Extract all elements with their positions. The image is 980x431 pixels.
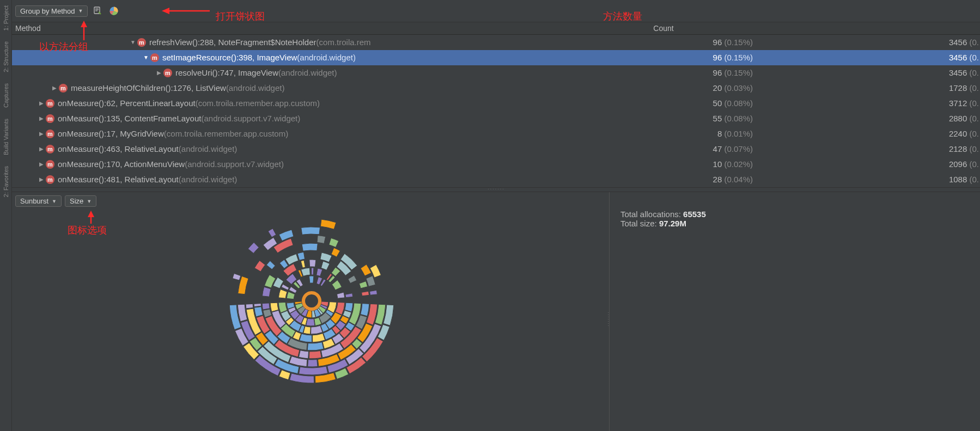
method-name: onMeasure():17, MyGridView: [58, 129, 164, 138]
tree-collapse-icon[interactable]: ▼: [130, 39, 136, 45]
table-row[interactable]: ▶mmeasureHeightOfChildren():1276, ListVi…: [12, 81, 980, 96]
chevron-down-icon: ▼: [78, 8, 83, 14]
count-percent: (0.08%): [724, 114, 753, 123]
method-package: (com.troila.rem: [316, 38, 371, 47]
group-by-dropdown[interactable]: Group by Method ▼: [15, 5, 88, 17]
size-value: 2096: [949, 159, 967, 169]
method-icon: m: [150, 53, 159, 62]
chart-metric-dropdown[interactable]: Size ▼: [65, 195, 96, 207]
table-row[interactable]: ▶monMeasure():463, RelativeLayout (andro…: [12, 141, 980, 157]
size-percent: (0.: [969, 83, 979, 93]
method-package: (com.troila.remember.app.custom): [196, 98, 320, 108]
tree-expand-icon[interactable]: ▶: [38, 146, 45, 152]
count-percent: (0.15%): [724, 68, 753, 77]
size-value: 1088: [949, 175, 967, 184]
size-value: 3712: [949, 98, 967, 108]
table-header: Method Count: [12, 22, 980, 35]
annotation-open-pie: 打开饼状图: [216, 10, 265, 23]
method-name: resolveUri():747, ImageView: [175, 68, 278, 77]
bottom-panel: Sunburst ▼ Size ▼ 图标选项: [12, 192, 980, 431]
method-icon: m: [46, 145, 54, 153]
count-percent: (0.15%): [724, 38, 753, 47]
count-percent: (0.15%): [724, 53, 753, 62]
method-name: onMeasure():170, ActionMenuView: [58, 159, 185, 169]
vertical-splitter[interactable]: •••••••: [608, 312, 611, 334]
method-package: (android.widget): [179, 144, 238, 153]
tree-expand-icon[interactable]: ▶: [38, 161, 45, 167]
count-value: 55: [713, 114, 722, 123]
table-row[interactable]: ▶monMeasure():62, PercentLinearLayout (c…: [12, 96, 980, 111]
chevron-down-icon: ▼: [52, 199, 57, 204]
size-value: 3456: [949, 38, 967, 47]
table-row[interactable]: ▶monMeasure():170, ActionMenuView (andro…: [12, 157, 980, 172]
count-value: 47: [713, 144, 722, 153]
table-row[interactable]: ▼mrefreshView():288, NoteFragment$NoteHo…: [12, 35, 980, 50]
table-row[interactable]: ▶mresolveUri():747, ImageView (android.w…: [12, 65, 980, 81]
method-icon: m: [137, 38, 146, 47]
method-icon: m: [46, 160, 54, 169]
svg-marker-7: [88, 211, 94, 217]
table-row[interactable]: ▶monMeasure():17, MyGridView (com.troila…: [12, 126, 980, 141]
method-package: (com.troila.remember.app.custom): [164, 129, 288, 138]
count-value: 96: [713, 38, 722, 47]
method-package: (android.widget): [278, 68, 337, 77]
count-percent: (0.08%): [724, 98, 753, 108]
method-name: refreshView():288, NoteFragment$NoteHold…: [149, 38, 316, 47]
size-percent: (0.: [969, 68, 979, 77]
method-package: (android.support.v7.widget): [185, 159, 284, 169]
sidebar-item-project[interactable]: 1: Project: [3, 0, 9, 36]
size-percent: (0.: [969, 53, 979, 62]
size-value: 2240: [949, 129, 967, 138]
count-value: 28: [713, 175, 722, 184]
annotation-icon-options: 图标选项: [68, 224, 107, 237]
profiler-toolbar: Group by Method ▼: [12, 0, 980, 22]
sidebar-item-structure[interactable]: 2: Structure: [3, 36, 9, 78]
tree-expand-icon[interactable]: ▶: [51, 85, 58, 91]
chart-type-dropdown[interactable]: Sunburst ▼: [15, 195, 62, 207]
method-package: (android.support.v7.widget): [201, 114, 300, 123]
method-name: measureHeightOfChildren():1276, ListView: [71, 83, 226, 93]
sidebar-item-favorites[interactable]: 2: Favorites: [3, 161, 9, 202]
tree-expand-icon[interactable]: ▶: [38, 100, 45, 106]
method-package: (android.widget): [297, 53, 356, 62]
size-percent: (0.: [969, 114, 979, 123]
size-percent: (0.: [969, 175, 979, 184]
count-percent: (0.04%): [724, 175, 753, 184]
annotation-method-count: 方法数量: [603, 10, 642, 23]
method-name: onMeasure():135, ContentFrameLayout: [58, 114, 201, 123]
size-value: 1728: [949, 83, 967, 93]
total-size-value: 97.29M: [659, 219, 686, 228]
method-icon: m: [46, 130, 54, 138]
method-name: onMeasure():481, RelativeLayout: [58, 175, 179, 184]
sidebar-item-build[interactable]: Build Variants: [3, 113, 9, 161]
total-allocations-value: 65535: [683, 210, 706, 219]
total-allocations-label: Total allocations:: [620, 210, 683, 219]
tree-expand-icon[interactable]: ▶: [38, 131, 45, 137]
method-package: (android.widget): [179, 175, 238, 184]
tree-expand-icon[interactable]: ▶: [156, 70, 162, 76]
method-package: (android.widget): [226, 83, 285, 93]
table-row[interactable]: ▼msetImageResource():398, ImageView (and…: [12, 50, 980, 65]
group-by-dropdown-label: Group by Method: [20, 7, 75, 15]
tree-collapse-icon[interactable]: ▼: [143, 54, 149, 60]
sunburst-chart[interactable]: [219, 208, 404, 395]
count-percent: (0.02%): [724, 159, 753, 169]
horizontal-splitter[interactable]: • • • • • • •: [12, 187, 980, 192]
method-icon: m: [46, 99, 54, 108]
header-count[interactable]: Count: [571, 24, 756, 33]
chart-metric-dropdown-label: Size: [70, 197, 83, 205]
count-value: 96: [713, 53, 722, 62]
allocation-stats: ••••••• Total allocations: 65535 Total s…: [610, 192, 980, 431]
table-row[interactable]: ▶monMeasure():135, ContentFrameLayout (a…: [12, 111, 980, 126]
tree-expand-icon[interactable]: ▶: [38, 176, 45, 182]
sidebar-item-captures[interactable]: Captures: [3, 78, 9, 113]
open-pie-chart-icon[interactable]: [107, 4, 120, 17]
header-method[interactable]: Method: [12, 24, 571, 33]
size-percent: (0.: [969, 38, 979, 47]
table-row[interactable]: ▶monMeasure():481, RelativeLayout (andro…: [12, 172, 980, 187]
method-icon: m: [46, 175, 54, 184]
jump-to-source-icon[interactable]: [91, 4, 104, 17]
tree-expand-icon[interactable]: ▶: [38, 115, 45, 121]
count-percent: (0.03%): [724, 83, 753, 93]
method-icon: m: [163, 69, 172, 77]
